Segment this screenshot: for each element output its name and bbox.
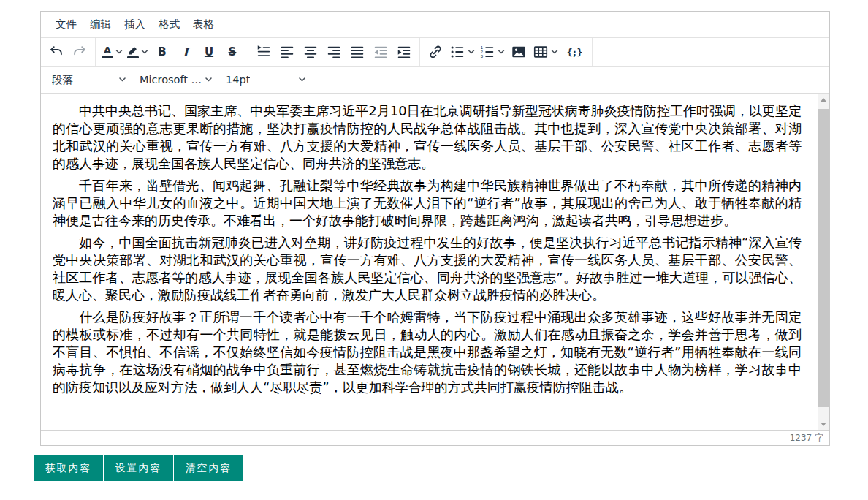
align-justify-icon — [349, 44, 365, 60]
align-center-icon — [302, 44, 319, 60]
text-color-button[interactable]: A — [99, 41, 125, 63]
align-left-button[interactable] — [275, 41, 299, 63]
outdent-icon — [373, 44, 389, 60]
link-button[interactable] — [424, 41, 447, 63]
paragraph: 如今，中国全面抗击新冠肺炎已进入对垒期，讲好防疫过程中发生的好故事，便是坚决执行… — [53, 234, 802, 304]
menu-table[interactable]: 表格 — [186, 15, 221, 34]
bullet-list-button[interactable] — [447, 41, 477, 63]
numbered-list-button[interactable]: 123 — [477, 41, 507, 63]
rich-text-editor: 文件 编辑 插入 格式 表格 A — [40, 11, 830, 446]
set-content-button[interactable]: 设置内容 — [104, 455, 173, 481]
numlist-digit-3: 3 — [481, 54, 484, 58]
toolbar-group-history — [41, 38, 96, 66]
insert-image-button[interactable] — [507, 41, 530, 63]
code-sample-icon: {;} — [567, 47, 582, 58]
outdent-button[interactable] — [369, 41, 392, 63]
paragraph: 什么是防疫好故事？正所谓一千个读者心中有一千个哈姆雷特，当下防疫过程中涌现出众多… — [53, 308, 802, 396]
toolbar-group-insert: 123 {;} — [420, 38, 593, 66]
menu-file[interactable]: 文件 — [49, 15, 83, 34]
editor-content-area[interactable]: 中共中央总书记、国家主席、中央军委主席习近平2月10日在北京调研指导新型冠状病毒… — [41, 94, 829, 430]
font-size-select[interactable]: 14pt — [219, 69, 313, 91]
triangle-up-icon — [821, 98, 826, 102]
table-button[interactable] — [530, 41, 560, 63]
font-family-select[interactable]: Microsoft YaH... — [133, 69, 219, 91]
bold-button[interactable]: B — [151, 41, 174, 63]
align-right-button[interactable] — [322, 41, 346, 63]
paragraph: 中共中央总书记、国家主席、中央军委主席习近平2月10日在北京调研指导新型冠状病毒… — [53, 102, 802, 173]
vertical-scrollbar[interactable] — [818, 94, 829, 430]
toolbar-spacer — [593, 38, 829, 66]
paragraph: 千百年来，凿壁借光、闻鸡起舞、孔融让梨等中华经典故事为构建中华民族精神世界做出了… — [53, 177, 802, 230]
statusbar: 1237 字 — [41, 430, 829, 445]
link-icon — [427, 44, 443, 60]
chevron-down-icon[interactable] — [141, 49, 148, 55]
scrollbar-thumb[interactable] — [818, 109, 829, 407]
scroll-down-arrow[interactable] — [818, 418, 829, 430]
align-left-icon — [279, 44, 295, 60]
block-format-select[interactable]: 段落 — [45, 69, 133, 91]
menubar: 文件 编辑 插入 格式 表格 — [41, 12, 829, 38]
bold-icon: B — [158, 45, 166, 58]
strikethrough-icon: S — [229, 45, 237, 58]
highlight-color-icon — [127, 45, 139, 58]
italic-icon: I — [183, 45, 188, 59]
toolbar-format: 段落 Microsoft YaH... 14pt — [41, 67, 829, 94]
bullet-list-icon — [449, 44, 465, 60]
toolbar-group-fonts: A B I U S — [96, 38, 248, 66]
code-sample-button[interactable]: {;} — [560, 41, 588, 63]
strikethrough-button[interactable]: S — [221, 41, 244, 63]
first-line-indent-icon — [256, 44, 272, 60]
scroll-up-arrow[interactable] — [818, 94, 829, 105]
chevron-down-icon[interactable] — [115, 49, 123, 55]
chevron-down-icon — [118, 77, 126, 83]
underline-icon: U — [205, 45, 213, 58]
chevron-down-icon[interactable] — [468, 49, 475, 55]
chevron-down-icon[interactable] — [551, 49, 558, 55]
menu-format[interactable]: 格式 — [152, 15, 186, 34]
toolbar-main: A B I U S — [41, 38, 829, 67]
align-right-icon — [326, 44, 342, 60]
get-content-button[interactable]: 获取内容 — [34, 455, 103, 481]
italic-button[interactable]: I — [174, 41, 197, 63]
editor-document[interactable]: 中共中央总书记、国家主席、中央军委主席习近平2月10日在北京调研指导新型冠状病毒… — [41, 94, 829, 430]
redo-button[interactable] — [68, 41, 91, 63]
triangle-down-icon — [821, 423, 826, 426]
chevron-down-icon — [298, 77, 306, 83]
first-line-indent-button[interactable] — [252, 41, 275, 63]
numbered-list-icon: 123 — [479, 44, 495, 60]
menu-insert[interactable]: 插入 — [118, 15, 152, 34]
undo-button[interactable] — [45, 41, 68, 63]
text-color-icon: A — [102, 46, 113, 58]
underline-button[interactable]: U — [197, 41, 221, 63]
redo-icon — [72, 44, 88, 60]
font-size-value: 14pt — [226, 74, 250, 86]
word-count: 1237 字 — [790, 432, 823, 444]
highlight-color-button[interactable] — [125, 41, 151, 63]
chevron-down-icon — [205, 77, 213, 83]
action-buttons: 获取内容 设置内容 清空内容 — [34, 455, 243, 481]
align-justify-button[interactable] — [346, 41, 369, 63]
align-center-button[interactable] — [299, 41, 322, 63]
undo-icon — [48, 44, 64, 60]
chevron-down-icon[interactable] — [498, 49, 505, 55]
block-format-value: 段落 — [52, 73, 73, 87]
image-icon — [511, 44, 527, 60]
menu-edit[interactable]: 编辑 — [83, 15, 118, 34]
indent-button[interactable] — [392, 41, 416, 63]
font-family-value: Microsoft YaH... — [140, 74, 205, 86]
table-icon — [533, 44, 549, 60]
clear-content-button[interactable]: 清空内容 — [174, 455, 243, 481]
toolbar-group-align — [248, 38, 420, 66]
indent-icon — [396, 44, 412, 60]
